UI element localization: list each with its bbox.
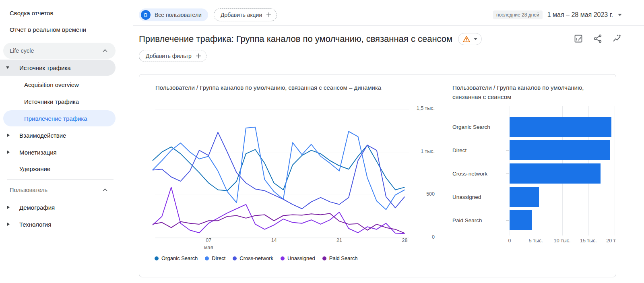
sidebar-item-user-acquisition[interactable]: Источники трафика	[0, 93, 116, 109]
x-axis-tick-label: 10 тыс.	[549, 238, 575, 244]
legend-item-cross-network: Cross-network	[233, 255, 273, 261]
legend-dot	[205, 256, 209, 260]
sidebar-item-tech[interactable]: Технология	[0, 216, 116, 232]
x-axis-tick-label: 07мая	[199, 237, 218, 251]
sidebar-item-demographics[interactable]: Демография	[0, 199, 116, 215]
divider	[7, 40, 114, 40]
bar-paid-search[interactable]	[510, 210, 532, 230]
charts-card: Пользователи / Группа каналов по умолчан…	[139, 74, 616, 277]
legend-label: Unassigned	[287, 255, 315, 261]
sidebar-item-label: Технология	[19, 221, 51, 228]
plus-icon	[266, 12, 272, 18]
bar-direct[interactable]	[510, 140, 610, 160]
legend-dot	[155, 256, 159, 260]
line-series-cross-network[interactable]	[153, 132, 405, 209]
sidebar-item-traffic-source[interactable]: Источник трафика	[0, 60, 116, 76]
chevron-up-icon	[103, 188, 107, 192]
sidebar-section-life-cycle[interactable]: Life cycle	[3, 43, 116, 59]
segment-avatar: В	[141, 10, 151, 20]
category-tick	[506, 220, 509, 221]
arrow-collapsed-icon	[7, 223, 10, 226]
x-axis-tick-label: 5 тыс.	[523, 238, 549, 244]
date-preset-badge: последние 28 дней	[493, 10, 543, 19]
arrow-collapsed-icon	[7, 134, 10, 137]
page-title: Привлечение трафика: Группа каналов по у…	[139, 34, 452, 44]
sidebar-item-acquisition-overview[interactable]: Acquisition overview	[0, 76, 116, 93]
date-range-picker[interactable]: последние 28 дней 1 мая – 28 мая 2023 г.	[493, 10, 622, 19]
bar-organic-search[interactable]	[510, 117, 611, 137]
legend-item-direct: Direct	[205, 255, 225, 261]
bar-category-label: Paid Search	[452, 210, 505, 230]
divider	[7, 179, 114, 180]
sidebar-item-label: Демография	[19, 204, 55, 211]
sidebar-item-engagement[interactable]: Взаимодействие	[0, 127, 116, 143]
category-tick	[506, 174, 509, 174]
date-range-text: 1 мая – 28 мая 2023 г.	[547, 11, 613, 19]
sidebar-item-traffic-acquisition[interactable]: Привлечение трафика	[3, 110, 116, 126]
arrow-expanded-icon	[6, 66, 9, 69]
legend-label: Direct	[212, 255, 225, 261]
sidebar-item-retention[interactable]: Удержание	[0, 161, 116, 177]
sidebar-item-reports-snapshot[interactable]: Сводка отчетов	[0, 5, 116, 21]
legend-item-paid-search: Paid Search	[322, 255, 358, 261]
add-filter-button[interactable]: Добавить фильтр	[139, 50, 206, 62]
category-tick	[506, 150, 509, 151]
arrow-collapsed-icon	[7, 151, 10, 154]
category-tick	[506, 127, 509, 127]
x-axis-tick-label: 15 тыс.	[576, 238, 601, 244]
gridline	[615, 106, 615, 235]
x-axis-tick-label: 14	[264, 237, 284, 244]
line-series-unassigned[interactable]	[153, 187, 405, 233]
sidebar-section-label: Пользователь	[10, 187, 47, 193]
category-tick	[506, 197, 509, 197]
legend-dot	[322, 256, 326, 260]
x-axis-tick-label: 20 тыс.	[602, 238, 616, 244]
chart-legend: Organic SearchDirectCross-networkUnassig…	[155, 255, 358, 261]
x-axis-tick-label: 0	[497, 238, 522, 244]
sidebar-item-label: Удержание	[19, 165, 50, 172]
y-axis-tick-label: 500	[408, 191, 435, 197]
bar-category-label: Organic Search	[452, 117, 505, 137]
sidebar-item-monetization[interactable]: Монетизация	[0, 144, 116, 160]
chevron-up-icon	[103, 49, 107, 52]
sidebar-section-label: Life cycle	[10, 48, 34, 54]
plus-icon	[196, 53, 201, 59]
chevron-down-icon	[474, 38, 477, 40]
add-comparison-label: Добавить акции	[221, 12, 262, 18]
segment-chip-all-users[interactable]: В Все пользователи	[139, 8, 208, 21]
sidebar-section-user[interactable]: Пользователь	[3, 182, 116, 198]
report-navigation: Сводка отчетов Отчет в реальном времени …	[0, 0, 125, 283]
legend-label: Organic Search	[161, 255, 198, 261]
sidebar-item-label: Acquisition overview	[24, 81, 79, 88]
legend-dot	[233, 256, 237, 260]
legend-dot	[281, 256, 285, 260]
insights-icon[interactable]	[612, 34, 622, 43]
bar-unassigned[interactable]	[510, 187, 539, 207]
line-chart-title: Пользователи / Группа каналов по умолчан…	[155, 84, 381, 91]
warning-icon	[462, 35, 471, 43]
sidebar-item-realtime[interactable]: Отчет в реальном времени	[0, 21, 116, 37]
add-comparison-button[interactable]: Добавить акции	[214, 8, 277, 21]
legend-label: Cross-network	[239, 255, 273, 261]
y-axis-tick-label: 1,5 тыс.	[408, 105, 435, 111]
customize-report-icon[interactable]	[574, 34, 583, 43]
y-axis-tick-label: 1 тыс.	[408, 149, 435, 154]
bar-category-label: Direct	[452, 140, 505, 160]
ga4-report-page: Сводка отчетов Отчет в реальном времени …	[0, 0, 644, 283]
legend-label: Paid Search	[329, 255, 358, 261]
arrow-collapsed-icon	[7, 206, 10, 209]
sidebar-item-label: Сводка отчетов	[10, 10, 53, 17]
sidebar-item-label: Источники трафика	[24, 98, 79, 105]
x-axis-tick-label: 28	[395, 237, 414, 244]
report-toolbar	[574, 34, 622, 43]
bar-category-label: Cross-network	[452, 163, 505, 184]
data-quality-button[interactable]	[458, 33, 482, 45]
x-axis-tick-label: 21	[330, 237, 349, 244]
bar-cross-network[interactable]	[510, 163, 601, 184]
share-icon[interactable]	[593, 34, 603, 43]
bar-category-label: Unassigned	[452, 187, 505, 207]
line-chart	[147, 103, 413, 242]
segment-chip-label: Все пользователи	[155, 12, 202, 18]
sidebar-item-label: Отчет в реальном времени	[10, 26, 86, 33]
add-filter-label: Добавить фильтр	[146, 53, 192, 59]
